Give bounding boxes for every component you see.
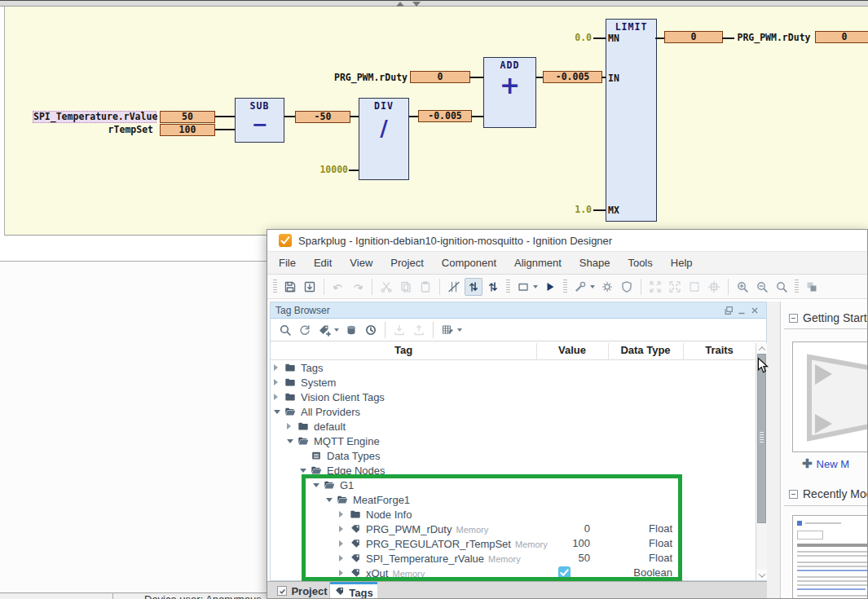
menu-item-file[interactable]: File bbox=[270, 252, 305, 274]
tag-tree-row[interactable]: xOutMemoryBoolean bbox=[271, 566, 756, 580]
fbd-canvas[interactable]: SPI_Temperature.rValue 50 rTempSet 100 S… bbox=[0, 7, 868, 236]
tag-tree-row[interactable]: SPI_Temperature_rValueMemory50Float bbox=[271, 551, 756, 566]
tag-tree-row[interactable]: Node Info bbox=[271, 507, 756, 522]
value-box[interactable]: 100 bbox=[160, 124, 215, 136]
paste-icon[interactable] bbox=[416, 278, 434, 296]
undo-icon[interactable] bbox=[329, 278, 347, 296]
tag-tree-row[interactable]: PRG_PWM_rDutyMemory0Float bbox=[271, 522, 756, 536]
menu-item-shape[interactable]: Shape bbox=[571, 252, 619, 274]
marquee-icon[interactable] bbox=[685, 278, 703, 296]
recently-modified-thumbnail[interactable] bbox=[792, 515, 868, 599]
expand-icon[interactable] bbox=[646, 278, 664, 296]
scroll-down-icon[interactable] bbox=[756, 570, 767, 580]
tag-browser-header[interactable]: Tag Browser bbox=[271, 302, 766, 319]
copy-icon[interactable] bbox=[397, 278, 415, 296]
div-block[interactable]: DIV / bbox=[359, 98, 409, 180]
tag-tree-row[interactable]: Data Types bbox=[271, 448, 756, 463]
shape-tool-icon[interactable] bbox=[514, 278, 532, 296]
dropdown-caret-icon[interactable] bbox=[457, 328, 462, 332]
collapse-icon[interactable] bbox=[789, 490, 798, 499]
tag-tree-row[interactable]: System bbox=[271, 375, 756, 390]
expand-arrow-icon[interactable] bbox=[274, 394, 278, 400]
zoom-actual-icon[interactable] bbox=[773, 278, 791, 296]
operand-label-selected[interactable]: SPI_Temperature.rValue bbox=[33, 111, 156, 123]
expand-arrow-icon[interactable] bbox=[274, 364, 278, 371]
collapse-arrow-icon[interactable] bbox=[287, 439, 293, 443]
column-header-tag[interactable]: Tag bbox=[271, 341, 536, 360]
constant-label[interactable]: 10000 bbox=[311, 164, 348, 175]
menu-item-tools[interactable]: Tools bbox=[619, 252, 661, 274]
zoom-out-icon[interactable] bbox=[753, 278, 771, 296]
redo-icon[interactable] bbox=[349, 278, 367, 296]
close-panel-icon[interactable] bbox=[748, 304, 761, 317]
menu-item-help[interactable]: Help bbox=[662, 252, 702, 274]
shield-icon[interactable] bbox=[618, 278, 636, 296]
getting-started-section-header[interactable]: Getting Started bbox=[789, 311, 868, 324]
arrange-icon[interactable] bbox=[803, 278, 821, 296]
operand-label[interactable]: rTempSet bbox=[33, 124, 153, 135]
tag-value[interactable]: 100 bbox=[536, 536, 608, 551]
menu-item-project[interactable]: Project bbox=[381, 252, 432, 274]
column-header-datatype[interactable]: Data Type bbox=[608, 341, 683, 360]
getting-started-thumbnail[interactable] bbox=[792, 341, 868, 452]
tag-tree-row[interactable]: MeatForge1 bbox=[271, 492, 756, 507]
expand-arrow-icon[interactable] bbox=[339, 540, 343, 547]
menu-item-view[interactable]: View bbox=[341, 252, 381, 274]
expand-arrow-icon[interactable] bbox=[274, 379, 278, 385]
play-icon[interactable] bbox=[541, 278, 559, 296]
tag-tree-row[interactable]: All Providers bbox=[271, 404, 756, 419]
expand-arrow-icon[interactable] bbox=[339, 511, 343, 518]
collapse-arrow-icon[interactable] bbox=[313, 483, 319, 487]
title-bar[interactable]: Sparkplug - Ignition-debian10-ignition-m… bbox=[267, 230, 867, 252]
limit-block[interactable]: LIMIT MN IN MX bbox=[606, 19, 657, 222]
menu-item-alignment[interactable]: Alignment bbox=[505, 252, 571, 274]
snap-grid-icon[interactable] bbox=[705, 278, 723, 296]
collapse-icon[interactable] bbox=[789, 314, 798, 323]
edit-columns-icon[interactable] bbox=[438, 321, 456, 339]
cut-icon[interactable] bbox=[377, 278, 395, 296]
value-box[interactable]: 50 bbox=[160, 111, 215, 123]
value-box[interactable]: 0 bbox=[664, 31, 723, 43]
column-header-value[interactable]: Value bbox=[536, 341, 608, 360]
value-box[interactable]: -50 bbox=[295, 111, 350, 123]
ignition-designer-window[interactable]: Sparkplug - Ignition-debian10-ignition-m… bbox=[267, 229, 868, 599]
wrench-icon[interactable] bbox=[571, 278, 589, 296]
save-all-icon[interactable] bbox=[301, 278, 319, 296]
add-tag-icon[interactable] bbox=[315, 321, 333, 339]
sub-block[interactable]: SUB − bbox=[235, 98, 284, 143]
tag-value[interactable]: 50 bbox=[536, 551, 608, 566]
operand-label[interactable]: PRG_PWM.rDuty bbox=[734, 32, 813, 43]
history-icon[interactable] bbox=[362, 321, 380, 339]
collapse-arrow-icon[interactable] bbox=[274, 410, 280, 414]
expand-arrow-icon[interactable] bbox=[287, 423, 291, 429]
tag-tree[interactable]: TagsSystemVision Client TagsAll Provider… bbox=[271, 360, 756, 580]
value-box[interactable]: 0 bbox=[410, 71, 470, 83]
search-icon[interactable] bbox=[276, 321, 294, 339]
constant-label[interactable]: 0.0 bbox=[567, 32, 592, 43]
swap-vertical2-icon[interactable] bbox=[484, 278, 502, 296]
boolean-checkbox[interactable] bbox=[558, 566, 571, 579]
operand-label[interactable]: PRG_PWM.rDuty bbox=[328, 72, 408, 83]
expand-arrow-icon[interactable] bbox=[339, 570, 343, 576]
constant-label[interactable]: 1.0 bbox=[567, 204, 592, 215]
contract-icon[interactable] bbox=[666, 278, 684, 296]
tag-tree-row[interactable]: PRG_REGULATOR_rTempSetMemory100Float bbox=[271, 536, 756, 551]
tag-tree-row[interactable]: G1 bbox=[271, 478, 756, 492]
tag-tree-row[interactable]: MQTT Engine bbox=[271, 434, 756, 448]
menu-item-component[interactable]: Component bbox=[433, 252, 505, 274]
tag-tree-row[interactable]: Edge Nodes bbox=[271, 463, 756, 478]
import-tags-icon[interactable] bbox=[390, 321, 408, 339]
add-block[interactable]: ADD + bbox=[483, 57, 536, 128]
tag-tree-row[interactable]: Vision Client Tags bbox=[271, 390, 756, 404]
value-box[interactable]: -0.005 bbox=[543, 71, 602, 83]
tag-tree-row[interactable]: default bbox=[271, 419, 756, 434]
float-panel-icon[interactable] bbox=[722, 304, 735, 317]
dropdown-caret-icon[interactable] bbox=[533, 285, 538, 288]
menu-item-edit[interactable]: Edit bbox=[305, 252, 341, 274]
collapse-arrow-icon[interactable] bbox=[300, 469, 306, 473]
refresh-icon[interactable] bbox=[296, 321, 314, 339]
tab-project[interactable]: Project bbox=[275, 582, 330, 599]
vertical-scrollbar[interactable] bbox=[756, 343, 767, 580]
expand-arrow-icon[interactable] bbox=[339, 555, 343, 562]
recently-modified-section-header[interactable]: Recently Modif bbox=[789, 487, 868, 500]
